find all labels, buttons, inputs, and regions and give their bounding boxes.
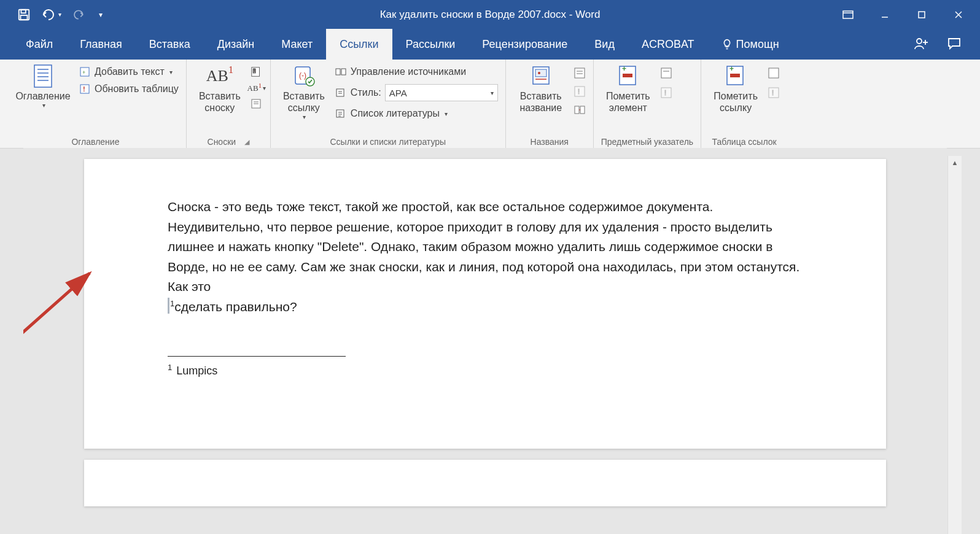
close-button[interactable] bbox=[941, 2, 976, 27]
footnote-entry[interactable]: 1 Lumpics bbox=[168, 357, 803, 377]
document-paragraph[interactable]: Сноска - это ведь тоже текст, такой же п… bbox=[168, 197, 803, 317]
insert-caption-button[interactable]: Вставить название bbox=[513, 63, 569, 114]
annotation-arrow bbox=[23, 262, 105, 342]
insert-index-button[interactable] bbox=[660, 67, 672, 79]
tab-file[interactable]: Файл bbox=[12, 29, 66, 60]
mark-entry-button[interactable]: + Пометить элемент bbox=[601, 63, 655, 114]
tab-insert[interactable]: Вставка bbox=[136, 29, 204, 60]
show-notes-button[interactable] bbox=[251, 98, 263, 110]
insert-toa-button[interactable] bbox=[768, 67, 780, 79]
add-text-button[interactable]: + Добавить текст▾ bbox=[79, 64, 179, 79]
svg-rect-48 bbox=[580, 106, 585, 114]
svg-text:[i]: [i] bbox=[252, 68, 255, 73]
tab-design[interactable]: Дизайн bbox=[204, 29, 268, 60]
insert-table-of-figures-button[interactable] bbox=[574, 67, 586, 79]
svg-rect-58 bbox=[730, 74, 740, 77]
group-toa: + Пометить ссылку ! Таблица ссылок bbox=[701, 60, 787, 148]
minimize-button[interactable] bbox=[867, 2, 903, 27]
svg-text:(-): (-) bbox=[299, 71, 306, 80]
svg-line-63 bbox=[23, 273, 90, 336]
tab-layout[interactable]: Макет bbox=[268, 29, 326, 60]
style-dropdown[interactable]: APA ▾ bbox=[385, 84, 498, 101]
footnote-number: 1 bbox=[168, 363, 172, 372]
tell-me-button[interactable]: Помощн bbox=[708, 29, 793, 60]
svg-rect-60 bbox=[769, 68, 779, 78]
tab-references[interactable]: Ссылки bbox=[326, 29, 392, 60]
insert-endnote-button[interactable]: [i] bbox=[251, 66, 263, 78]
redo-button[interactable] bbox=[68, 6, 88, 24]
tab-mailings[interactable]: Рассылки bbox=[392, 29, 469, 60]
group-toa-label: Таблица ссылок bbox=[709, 136, 780, 147]
group-citations-label: Ссылки и списки литературы bbox=[278, 136, 498, 147]
mark-entry-icon: + bbox=[615, 63, 641, 89]
group-index-label: Предметный указатель bbox=[601, 136, 693, 147]
next-footnote-button[interactable]: AB1▾ bbox=[251, 82, 263, 94]
para-vorde-word: Ворде bbox=[168, 260, 205, 275]
update-table-of-figures-button[interactable]: ! bbox=[574, 85, 586, 98]
svg-rect-53 bbox=[661, 68, 671, 78]
tab-home[interactable]: Главная bbox=[66, 29, 136, 60]
tab-acrobat[interactable]: ACROBAT bbox=[628, 29, 708, 60]
svg-rect-6 bbox=[919, 12, 925, 18]
svg-rect-30 bbox=[341, 69, 346, 75]
undo-button[interactable]: ▾ bbox=[41, 6, 61, 24]
vertical-scrollbar[interactable]: ▲ bbox=[947, 156, 962, 534]
svg-point-9 bbox=[917, 39, 922, 44]
bibliography-button[interactable]: Список литературы▾ bbox=[335, 106, 498, 121]
insert-caption-label: Вставить название bbox=[519, 90, 562, 114]
toc-button[interactable]: Оглавление ▾ bbox=[12, 63, 74, 109]
add-text-label: Добавить текст bbox=[95, 66, 165, 77]
ribbon: Оглавление ▾ + Добавить текст▾ ! Обновит… bbox=[0, 60, 980, 149]
manage-sources-label: Управление источниками bbox=[351, 66, 466, 77]
scroll-up-button[interactable]: ▲ bbox=[948, 156, 962, 169]
text-cursor bbox=[168, 298, 169, 314]
share-button[interactable] bbox=[914, 36, 928, 53]
caption-icon bbox=[528, 63, 554, 89]
footnote-text: Lumpics bbox=[175, 365, 217, 378]
document-page-2[interactable] bbox=[84, 460, 886, 506]
qat-customize-button[interactable]: ▾ bbox=[95, 6, 107, 24]
update-toa-button[interactable]: ! bbox=[768, 87, 780, 99]
svg-text:!: ! bbox=[772, 89, 774, 96]
mark-citation-button[interactable]: + Пометить ссылку bbox=[709, 63, 763, 114]
cross-reference-button[interactable] bbox=[574, 104, 586, 116]
group-citations: (-) Вставить ссылку▾ Управление источник… bbox=[271, 60, 506, 148]
document-page-1[interactable]: Сноска - это ведь тоже текст, такой же п… bbox=[84, 159, 886, 449]
document-area[interactable]: Сноска - это ведь тоже текст, такой же п… bbox=[23, 148, 947, 534]
quick-access-toolbar: ▾ ▾ bbox=[0, 6, 107, 24]
svg-text:+: + bbox=[729, 64, 734, 73]
footnote-icon: AB1 bbox=[207, 63, 233, 89]
mark-citation-icon: + bbox=[723, 63, 749, 89]
save-button[interactable] bbox=[14, 6, 34, 24]
tab-view[interactable]: Вид bbox=[581, 29, 628, 60]
manage-sources-button[interactable]: Управление источниками bbox=[335, 64, 498, 79]
svg-rect-39 bbox=[535, 69, 546, 77]
maximize-button[interactable] bbox=[904, 2, 939, 27]
group-index: + Пометить элемент ! Предметный указател… bbox=[594, 60, 701, 148]
para-frag-3: , но не ее саму. Сам же знак сноски, как… bbox=[168, 260, 799, 294]
bibliography-label: Список литературы bbox=[351, 108, 440, 119]
insert-citation-button[interactable]: (-) Вставить ссылку▾ bbox=[278, 63, 330, 121]
tab-review[interactable]: Рецензирование bbox=[469, 29, 581, 60]
comments-button[interactable] bbox=[947, 37, 962, 52]
tell-me-label: Помощн bbox=[736, 38, 779, 51]
update-table-button[interactable]: ! Обновить таблицу bbox=[79, 82, 179, 96]
style-selector[interactable]: Стиль: APA ▾ bbox=[335, 83, 498, 103]
update-index-button[interactable]: ! bbox=[660, 87, 672, 99]
svg-rect-1 bbox=[21, 9, 25, 13]
svg-rect-51 bbox=[623, 74, 632, 77]
insert-citation-label: Вставить ссылку bbox=[283, 90, 325, 114]
insert-footnote-label: Вставить сноску bbox=[199, 90, 241, 114]
style-label: Стиль: bbox=[351, 87, 381, 98]
mark-entry-label: Пометить элемент bbox=[606, 90, 650, 114]
insert-footnote-button[interactable]: AB1 Вставить сноску bbox=[194, 63, 246, 114]
ribbon-display-button[interactable] bbox=[830, 2, 866, 27]
svg-rect-31 bbox=[336, 89, 344, 96]
footnotes-dialog-launcher[interactable]: ◢ bbox=[239, 138, 249, 146]
group-toc-label: Оглавление bbox=[12, 136, 179, 147]
svg-rect-2 bbox=[21, 15, 28, 19]
group-toc: Оглавление ▾ + Добавить текст▾ ! Обновит… bbox=[5, 60, 187, 148]
ribbon-tabs: Файл Главная Вставка Дизайн Макет Ссылки… bbox=[0, 29, 980, 60]
svg-point-40 bbox=[538, 72, 540, 74]
window-controls bbox=[830, 2, 980, 27]
